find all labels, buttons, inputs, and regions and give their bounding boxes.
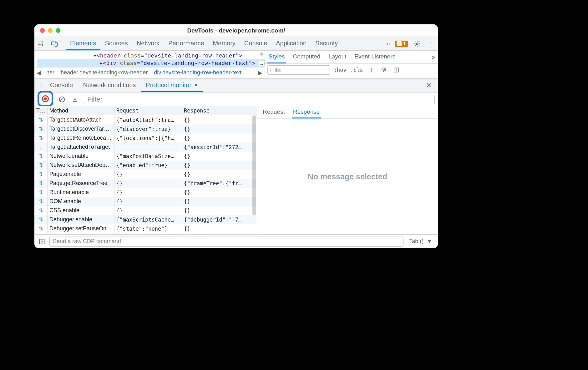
table-row[interactable]: ⇅DOM.enable{}{} xyxy=(34,197,257,206)
scrollbar[interactable] xyxy=(252,115,256,234)
col-method-header[interactable]: Method xyxy=(48,106,114,115)
styles-tabs: StylesComputedLayoutEvent Listeners» xyxy=(265,51,438,64)
drawer-menu-icon[interactable]: ⋮ xyxy=(37,82,45,90)
main-tab-application[interactable]: Application xyxy=(271,37,311,50)
drawer-tab-network-conditions[interactable]: Network conditions xyxy=(78,79,141,92)
cls-toggle[interactable]: .cls xyxy=(350,67,363,73)
detail-tab-response[interactable]: Response xyxy=(292,106,321,118)
warnings-badge[interactable]: 1 xyxy=(395,41,408,47)
col-response-header[interactable]: Response xyxy=(182,106,257,115)
main-tab-console[interactable]: Console xyxy=(240,37,271,50)
scroll-indicator xyxy=(260,52,263,56)
main-tab-performance[interactable]: Performance xyxy=(164,37,209,50)
table-row[interactable]: ⇅Network.setAttachDeb…{"enabled":true}{} xyxy=(34,161,257,170)
table-row[interactable]: ⇅Target.setRemoteLoca…{"locations":[{"h…… xyxy=(34,133,257,142)
drawer-tab-protocol-monitor[interactable]: Protocol monitor✕ xyxy=(141,79,203,92)
settings-gear-icon[interactable] xyxy=(413,39,422,48)
cell-request: {"discover":true} xyxy=(114,124,182,133)
cdp-command-input[interactable]: Send a raw CDP command xyxy=(49,237,403,247)
cell-request: {"maxScriptsCache… xyxy=(114,215,182,224)
breadcrumb-next-button[interactable]: ▶ xyxy=(256,68,265,78)
table-row[interactable]: ⇅Debugger.setPauseOn…{"state":"none"}{} xyxy=(34,224,257,233)
protocol-monitor-toolbar: Filter xyxy=(34,92,438,106)
clear-icon[interactable] xyxy=(58,95,66,104)
table-row[interactable]: ⇅Page.getResourceTree{}{"frameTree":{"fr… xyxy=(34,179,257,188)
detail-tab-request[interactable]: Request xyxy=(261,106,286,118)
dom-tag-end: > xyxy=(239,52,242,59)
dom-tag-end: > xyxy=(252,60,256,66)
dom-tree-pane: ▾<header class="devsite-landing-row-head… xyxy=(34,51,265,78)
kebab-menu-icon[interactable]: ⋮ xyxy=(427,39,435,48)
table-row[interactable]: ⇅Page.enable{}{} xyxy=(34,170,257,179)
col-request-header[interactable]: Request xyxy=(114,106,182,115)
breadcrumb-prev-button[interactable]: ◀ xyxy=(34,68,43,78)
breadcrumb-item[interactable]: header.devsite-landing-row-header xyxy=(58,69,151,76)
cell-request: {} xyxy=(114,179,182,188)
arrows-both-icon: ⇅ xyxy=(39,208,43,213)
new-style-rule-icon[interactable] xyxy=(367,66,376,74)
styles-tab-computed[interactable]: Computed xyxy=(292,51,322,63)
arrows-both-icon: ⇅ xyxy=(39,180,43,186)
breadcrumb-item[interactable]: ner xyxy=(43,69,58,76)
table-row[interactable]: ⇅Debugger.enable{"maxScriptsCache…{"debu… xyxy=(34,215,257,224)
table-body[interactable]: ⇅Target.setAutoAttach{"autoAttach":tru…{… xyxy=(34,115,257,234)
drawer-tab-console[interactable]: Console xyxy=(45,79,78,92)
table-row[interactable]: ↓Target.attachedToTarget{"sessionId":"27… xyxy=(34,142,257,152)
table-header: T… Method Request Response xyxy=(34,106,257,115)
breadcrumb-item[interactable]: div.devsite-landing-row-header-text xyxy=(151,69,245,76)
computed-sidebar-icon[interactable] xyxy=(392,66,401,74)
record-button[interactable] xyxy=(42,95,49,102)
cell-response: {} xyxy=(182,115,257,124)
arrows-both-icon: ⇅ xyxy=(39,117,43,123)
col-type-header[interactable]: T… xyxy=(34,106,48,115)
protocol-filter-input[interactable]: Filter xyxy=(84,95,435,104)
devtools-window: DevTools - developer.chrome.com/ Element… xyxy=(34,24,438,248)
main-tab-elements[interactable]: Elements xyxy=(66,37,100,50)
cell-response: {"sessionId":"272… xyxy=(182,142,257,152)
cell-method: Debugger.setPauseOn… xyxy=(48,224,114,233)
download-icon[interactable] xyxy=(71,95,79,104)
record-button-highlight xyxy=(38,91,53,107)
main-tab-network[interactable]: Network xyxy=(132,37,164,50)
arrows-both-icon: ⇅ xyxy=(39,126,43,132)
main-tabs: ElementsSourcesNetworkPerformanceMemoryC… xyxy=(66,37,342,50)
arrow-down-icon: ↓ xyxy=(40,144,42,150)
more-tabs-chevron-icon[interactable]: » xyxy=(387,40,390,47)
svg-rect-2 xyxy=(55,42,57,46)
cell-response: {} xyxy=(182,206,257,215)
table-row[interactable]: ⇅Runtime.enable{}{} xyxy=(34,188,257,197)
inspect-element-icon[interactable] xyxy=(37,39,46,48)
styles-filter-input[interactable]: Filter xyxy=(267,65,330,75)
styles-tab-styles[interactable]: Styles xyxy=(267,51,286,63)
arrows-both-icon: ⇅ xyxy=(39,171,43,177)
table-row[interactable]: ⇅CSS.enable{}{} xyxy=(34,206,257,215)
dom-more-icon[interactable]: ⋯ xyxy=(36,60,43,68)
main-tab-sources[interactable]: Sources xyxy=(100,37,132,50)
device-toolbar-icon[interactable] xyxy=(50,39,59,48)
drawer-close-button[interactable]: ✕ xyxy=(422,82,435,90)
cell-response: {} xyxy=(182,224,257,233)
table-row[interactable]: ⇅Network.enable{"maxPostDataSize…{} xyxy=(34,152,257,161)
target-tab-selector[interactable]: Tab () ▼ xyxy=(407,238,435,245)
cell-method: Target.setRemoteLoca… xyxy=(48,133,114,142)
paint-icon[interactable] xyxy=(379,66,388,74)
styles-tab-layout[interactable]: Layout xyxy=(327,51,347,63)
ellipsis-icon[interactable]: … xyxy=(259,61,264,66)
hov-toggle[interactable]: :hov xyxy=(334,67,347,73)
main-tab-security[interactable]: Security xyxy=(311,37,342,50)
cell-response: {} xyxy=(182,161,257,170)
table-row[interactable]: ⇅Target.setAutoAttach{"autoAttach":tru…{… xyxy=(34,115,257,124)
target-tab-label: Tab () xyxy=(409,238,423,245)
styles-pane: StylesComputedLayoutEvent Listeners» Fil… xyxy=(265,51,438,78)
main-tab-memory[interactable]: Memory xyxy=(209,37,240,50)
styles-tab-event-listeners[interactable]: Event Listeners xyxy=(353,51,397,63)
styles-more-chevron-icon[interactable]: » xyxy=(432,53,435,61)
expand-panel-icon[interactable] xyxy=(38,237,46,246)
cell-method: Target.attachedToTarget xyxy=(48,142,114,152)
cell-method: CSS.enable xyxy=(48,206,114,215)
close-tab-icon[interactable]: ✕ xyxy=(194,82,198,88)
arrows-both-icon: ⇅ xyxy=(39,153,43,159)
dom-tree[interactable]: ▾<header class="devsite-landing-row-head… xyxy=(34,51,265,67)
dom-tag: <header xyxy=(97,52,124,59)
table-row[interactable]: ⇅Target.setDiscoverTar…{"discover":true}… xyxy=(34,124,257,133)
